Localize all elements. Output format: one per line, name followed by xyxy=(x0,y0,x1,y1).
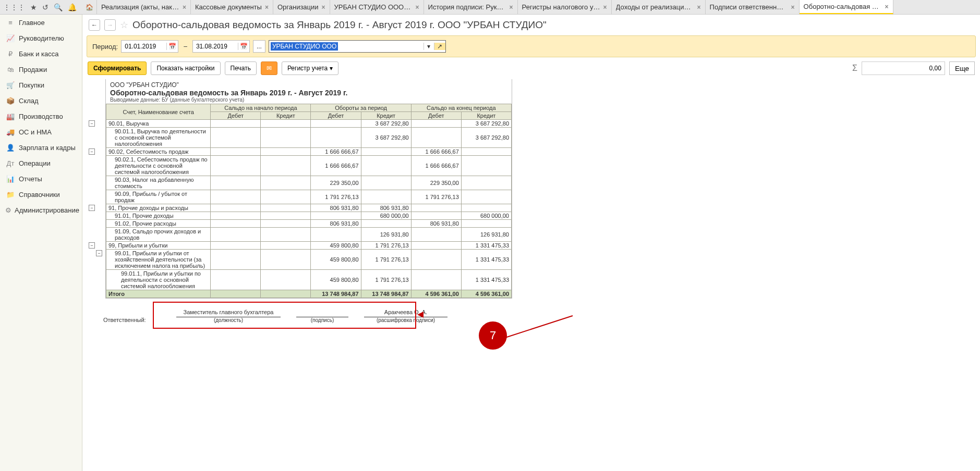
close-icon[interactable]: × xyxy=(791,4,795,11)
table-row[interactable]: 99.01.1, Прибыли и убытки по деятельност… xyxy=(106,270,512,290)
nav-icon: 📈 xyxy=(5,34,16,42)
nav-item-3[interactable]: 🛍Продажи xyxy=(0,61,82,77)
nav-forward[interactable]: → xyxy=(104,19,116,31)
bell-icon[interactable]: 🔔 xyxy=(68,3,77,11)
close-icon[interactable]: × xyxy=(183,4,186,11)
calendar-icon[interactable]: 📅 xyxy=(238,43,249,50)
calendar-icon[interactable]: 📅 xyxy=(166,43,178,50)
nav-item-10[interactable]: 📊Отчеты xyxy=(0,171,82,187)
nav-icon: ₽ xyxy=(5,50,16,58)
nav-item-2[interactable]: ₽Банк и касса xyxy=(0,46,82,61)
tab-2[interactable]: Организации× xyxy=(273,0,330,14)
period-label: Период: xyxy=(92,43,118,51)
tab-8[interactable]: Оборотно-сальдовая вед...× xyxy=(800,0,893,14)
settings-button[interactable]: Показать настройки xyxy=(151,61,220,75)
report-title: Оборотно-сальдовая ведомость за Январь 2… xyxy=(110,89,507,97)
apps-icon[interactable]: ⋮⋮⋮ xyxy=(3,3,25,11)
report-table: Счет, Наименование счета Сальдо на начал… xyxy=(106,104,512,298)
collapse-icon[interactable]: − xyxy=(89,120,95,127)
table-row[interactable]: 91.09, Сальдо прочих доходов и расходов1… xyxy=(106,228,512,242)
org-value: УРБАН СТУДИО ООО xyxy=(271,42,338,51)
table-row[interactable]: −99.01, Прибыли и убытки от хозяйственно… xyxy=(106,250,512,270)
tab-1[interactable]: Кассовые документы× xyxy=(191,0,273,14)
nav-item-5[interactable]: 📦Склад xyxy=(0,93,82,108)
nav-icon: 🛒 xyxy=(5,81,16,89)
table-row[interactable]: 90.03, Налог на добавленную стоимость229… xyxy=(106,176,512,190)
nav-icon: 🛍 xyxy=(5,66,16,73)
table-row[interactable]: 91.02, Прочие расходы806 931,80806 931,8… xyxy=(106,220,512,228)
register-button[interactable]: Регистр учета ▾ xyxy=(282,61,338,75)
close-icon[interactable]: × xyxy=(510,4,513,11)
nav-item-9[interactable]: ДтОперации xyxy=(0,155,82,171)
tab-7[interactable]: Подписи ответственных ...× xyxy=(706,0,800,14)
tab-4[interactable]: История подписи: Руков...× xyxy=(424,0,518,14)
collapse-icon[interactable]: − xyxy=(89,242,95,249)
tab-6[interactable]: Доходы от реализации то...× xyxy=(612,0,706,14)
nav-item-8[interactable]: 👤Зарплата и кадры xyxy=(0,140,82,155)
collapse-icon[interactable]: − xyxy=(89,205,95,211)
collapse-icon[interactable]: − xyxy=(89,148,95,155)
responsible-label: Ответственный: xyxy=(103,317,161,323)
close-icon[interactable]: × xyxy=(265,4,269,11)
close-icon[interactable]: × xyxy=(322,4,325,11)
form-button[interactable]: Сформировать xyxy=(88,61,147,75)
nav-item-1[interactable]: 📈Руководителю xyxy=(0,30,82,46)
star-icon[interactable]: ★ xyxy=(30,3,37,11)
nav-item-7[interactable]: 🚚ОС и НМА xyxy=(0,124,82,140)
table-row[interactable]: 90.02.1, Себестоимость продаж по деятель… xyxy=(106,156,512,176)
open-icon[interactable]: ↗ xyxy=(434,43,445,50)
table-row[interactable]: 90.01.1, Выручка по деятельности с основ… xyxy=(106,128,512,148)
nav-icon: 📦 xyxy=(5,97,16,105)
table-row[interactable]: −99, Прибыли и убытки459 800,801 791 276… xyxy=(106,242,512,250)
search-icon[interactable]: 🔍 xyxy=(54,3,63,11)
nav-item-6[interactable]: 🏭Производство xyxy=(0,108,82,124)
nav-icon: Дт xyxy=(5,159,16,167)
chevron-down-icon: ▾ xyxy=(330,65,333,72)
sum-input[interactable] xyxy=(862,61,945,75)
nav-icon: 📊 xyxy=(5,175,16,183)
tab-0[interactable]: Реализация (акты, накла...× xyxy=(97,0,191,14)
close-icon[interactable]: × xyxy=(885,3,889,10)
report-sub: Выводимые данные: БУ (данные бухгалтерск… xyxy=(110,97,507,103)
collapse-icon[interactable]: − xyxy=(96,250,102,256)
nav-back[interactable]: ← xyxy=(89,19,100,31)
tab-3[interactable]: УРБАН СТУДИО ООО (О...× xyxy=(330,0,424,14)
report-org: ООО "УРБАН СТУДИО" xyxy=(110,81,507,89)
close-icon[interactable]: × xyxy=(416,4,419,11)
tab-5[interactable]: Регистры налогового учета× xyxy=(518,0,612,14)
date-from[interactable]: 📅 xyxy=(121,40,178,53)
total-row: Итого13 748 984,8713 748 984,874 596 361… xyxy=(106,290,512,298)
sum-icon: Σ xyxy=(852,64,857,73)
print-button[interactable]: Печать xyxy=(225,61,257,75)
history-icon[interactable]: ↺ xyxy=(42,3,49,11)
nav-item-12[interactable]: ⚙Администрирование xyxy=(0,202,82,218)
period-picker[interactable]: ... xyxy=(253,40,265,53)
date-from-input[interactable] xyxy=(122,43,166,50)
dropdown-icon[interactable]: ▾ xyxy=(424,43,434,50)
annotation-arrowhead xyxy=(417,312,424,318)
close-icon[interactable]: × xyxy=(697,4,701,11)
close-icon[interactable]: × xyxy=(603,4,607,11)
annotation-badge: 7 xyxy=(479,321,507,350)
nav-icon: 📁 xyxy=(5,191,16,199)
nav-icon: 👤 xyxy=(5,144,16,152)
table-row[interactable]: −90.02, Себестоимость продаж1 666 666,67… xyxy=(106,148,512,156)
nav-icon: ⚙ xyxy=(5,206,11,214)
date-to-input[interactable] xyxy=(193,43,238,50)
table-row[interactable]: −90.01, Выручка3 687 292,803 687 292,80 xyxy=(106,120,512,128)
org-select[interactable]: УРБАН СТУДИО ООО ▾ ↗ xyxy=(269,40,446,53)
table-row[interactable]: 91.01, Прочие доходы680 000,00680 000,00 xyxy=(106,212,512,220)
date-to[interactable]: 📅 xyxy=(192,40,250,53)
table-row[interactable]: −91, Прочие доходы и расходы806 931,8080… xyxy=(106,204,512,212)
nav-item-11[interactable]: 📁Справочники xyxy=(0,187,82,202)
home-tab[interactable]: 🏠 xyxy=(82,0,97,14)
nav-item-0[interactable]: ≡Главное xyxy=(0,15,82,30)
nav-icon: ≡ xyxy=(5,19,16,27)
more-button[interactable]: Еще xyxy=(949,61,975,75)
table-row[interactable]: 90.09, Прибыль / убыток от продаж1 791 2… xyxy=(106,190,512,204)
mail-button[interactable]: ✉ xyxy=(261,61,277,75)
page-title: Оборотно-сальдовая ведомость за Январь 2… xyxy=(132,19,547,31)
favorite-icon[interactable]: ☆ xyxy=(120,19,128,31)
nav-item-4[interactable]: 🛒Покупки xyxy=(0,77,82,93)
nav-icon: 🏭 xyxy=(5,113,16,120)
